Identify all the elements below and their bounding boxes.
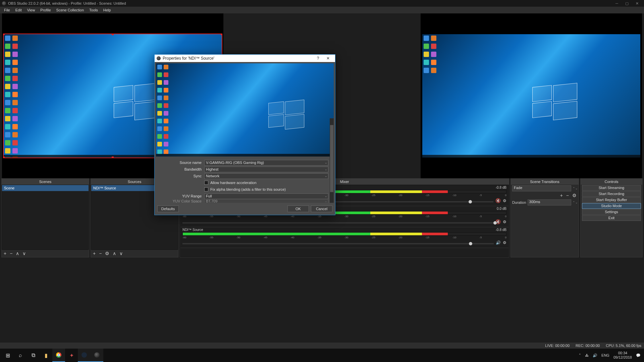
dialog-titlebar[interactable]: Properties for 'NDI™ Source' ? ✕ [155,55,335,62]
yuv-color-label: YUV Color Space [165,199,204,203]
tray-notifications-icon[interactable]: 💬 [636,353,641,358]
source-up-button[interactable]: ∧ [113,251,116,256]
yuv-range-label: YUV Range [165,194,204,198]
steam-icon[interactable] [78,349,91,362]
tray-clock[interactable]: 00:3409/12/2018 [613,351,632,360]
transition-select[interactable]: Fade [512,185,571,191]
menu-view[interactable]: View [24,7,38,13]
scenes-list[interactable]: Scene [2,185,89,250]
menu-tools[interactable]: Tools [87,7,101,13]
remove-scene-button[interactable]: − [10,251,12,256]
transitions-dock: Scene Transitions Fade ⌃⌄ + − ⚙ Duration… [511,178,579,257]
sync-select[interactable]: Network⌄ [204,173,328,179]
volume-slider[interactable] [182,243,494,244]
maximize-button[interactable]: ▢ [622,0,632,7]
dialog-preview [156,63,334,157]
control-start-streaming[interactable]: Start Streaming [582,185,641,191]
scene-item[interactable]: Scene [2,185,89,191]
source-down-button[interactable]: ∨ [119,251,123,256]
track-db: 0.0 dB [497,207,506,210]
add-scene-button[interactable]: + [4,251,6,256]
alpha-blend-label: Fix alpha blending (adds a filter to thi… [210,187,286,191]
cancel-button[interactable]: Cancel [311,205,332,212]
menubar: File Edit View Profile Scene Collection … [0,7,644,13]
task-view-icon[interactable]: ⧉ [27,349,40,362]
hw-accel-label: Allow hardware acceleration [210,181,257,185]
preview-program[interactable] [421,13,642,178]
scenes-dock: Scenes Scene + − ∧ ∨ [1,178,89,257]
control-exit[interactable]: Exit [582,215,641,221]
bandwidth-select[interactable]: Highest⌄ [204,167,328,172]
windows-logo [532,86,579,120]
windows-taskbar: ⊞ ⌕ ⧉ ▮ ✦ ˄ 🖧 🔊 ENG 00:3409/12/2018 💬 [0,349,644,362]
mute-icon[interactable]: 🔇 [495,198,501,203]
tray-chevron-icon[interactable]: ˄ [579,353,581,358]
source-name-select[interactable]: V-GAMING-RIG (OBS Gaming Rig)⌄ [204,160,328,166]
close-button[interactable]: ✕ [632,0,642,7]
source-settings-button[interactable]: ⚙ [105,251,109,256]
windows-logo [114,86,161,120]
duration-label: Duration [512,200,526,204]
duration-input[interactable]: 300ms [528,199,571,205]
remove-source-button[interactable]: − [99,251,102,256]
menu-profile[interactable]: Profile [38,7,53,13]
minimize-button[interactable]: ─ [612,0,622,7]
status-rec: REC: 00:00:00 [576,344,600,348]
menu-scene-collection[interactable]: Scene Collection [54,7,87,13]
obs-icon [2,1,6,5]
dialog-help-button[interactable]: ? [313,56,323,61]
ok-button[interactable]: OK [287,205,309,212]
transition-remove-button[interactable]: − [566,193,569,198]
titlebar: OBS Studio 22.0.2 (64-bit, windows) - Pr… [0,0,644,7]
tray-volume-icon[interactable]: 🔊 [593,353,597,358]
search-icon[interactable]: ⌕ [14,349,27,362]
source-name-label: Source name [165,161,204,165]
control-studio-mode[interactable]: Studio Mode [582,203,641,209]
menu-help[interactable]: Help [101,7,114,13]
obs-icon [157,56,161,60]
hw-accel-checkbox[interactable] [204,181,208,185]
tray-network-icon[interactable]: 🖧 [585,353,589,357]
alpha-blend-checkbox[interactable] [204,187,208,191]
transition-settings-button[interactable]: ⚙ [572,193,577,198]
app-icon-1[interactable]: ✦ [65,349,78,362]
scenes-title: Scenes [2,179,89,185]
scene-down-button[interactable]: ∨ [22,251,26,256]
controls-title: Controls [581,179,642,185]
gear-icon[interactable]: ⚙ [503,198,506,203]
control-start-recording[interactable]: Start Recording [582,191,641,197]
gear-icon[interactable]: ⚙ [503,220,506,224]
bandwidth-label: Bandwidth [165,167,204,171]
status-cpu: CPU: 5.1%, 60.00 fps [606,344,641,348]
volume-slider[interactable] [182,222,493,224]
window-title: OBS Studio 22.0.2 (64-bit, windows) - Pr… [8,1,126,5]
scene-up-button[interactable]: ∧ [16,251,19,256]
chrome-icon[interactable] [52,349,65,362]
transition-add-button[interactable]: + [560,193,563,198]
volume-meter [182,232,506,236]
dialog-close-button[interactable]: ✕ [323,56,333,61]
track-db: -0.8 dB [496,228,506,232]
dialog-title-text: Properties for 'NDI™ Source' [163,56,214,61]
start-button[interactable]: ⊞ [1,349,14,362]
gear-icon[interactable]: ⚙ [503,240,506,245]
dialog-scrollbar[interactable] [330,118,334,203]
tray-lang[interactable]: ENG [601,353,609,357]
sync-label: Sync [165,174,204,178]
track-db: -0.8 dB [496,186,506,189]
control-settings[interactable]: Settings [582,209,641,215]
obs-taskbar-icon[interactable] [91,349,103,362]
defaults-button[interactable]: Defaults [157,205,179,212]
file-explorer-icon[interactable]: ▮ [40,349,52,362]
menu-edit[interactable]: Edit [13,7,24,13]
add-source-button[interactable]: + [93,251,96,256]
speaker-icon[interactable]: 🔊 [496,240,501,245]
status-live: LIVE: 00:00:00 [545,344,570,348]
preview-program-canvas [422,34,640,158]
track-name: NDI™ Source [182,228,203,232]
menu-file[interactable]: File [1,7,13,13]
yuv-range-select[interactable]: Full⌄ [204,193,328,199]
yuv-color-select[interactable]: BT.709⌄ [204,199,328,203]
control-start-replay-buffer[interactable]: Start Replay Buffer [582,197,641,203]
mixer-track: NDI™ Source-0.8 dB -60-55-50-45-40-35-30… [180,227,508,248]
